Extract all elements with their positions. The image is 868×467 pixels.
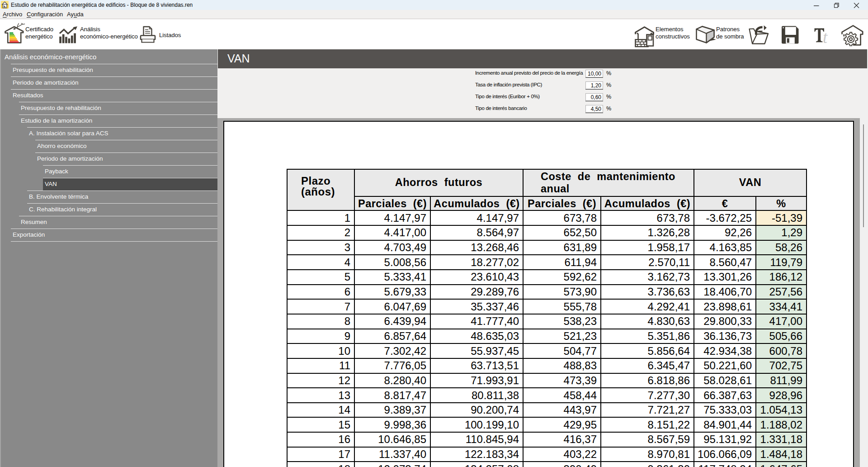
svg-text:t: t bbox=[823, 28, 828, 44]
